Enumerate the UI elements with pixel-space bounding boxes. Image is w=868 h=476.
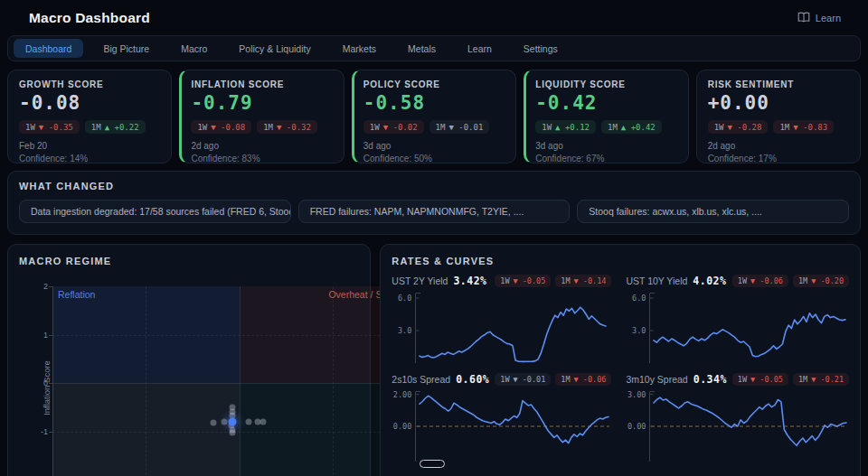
score-card-badges: 1W▼ -0.081M▼ -0.32 bbox=[191, 120, 332, 134]
book-icon bbox=[797, 12, 810, 24]
tab-metals[interactable]: Metals bbox=[396, 39, 448, 58]
mini-chart-value: 3.42% bbox=[453, 275, 486, 287]
y-axis-spine bbox=[52, 286, 53, 476]
badge-delta: ▼ -0.02 bbox=[383, 123, 418, 132]
mini-chart-tick-label: 6.0 bbox=[632, 294, 646, 303]
regime-point-history bbox=[230, 430, 236, 436]
bottom-row: MACRO REGIME 210-1-2Inflation ScoreRefla… bbox=[7, 244, 861, 476]
mini-chart-value: 4.02% bbox=[693, 275, 726, 287]
tab-macro[interactable]: Macro bbox=[169, 39, 219, 58]
gridline-horizontal bbox=[52, 335, 426, 336]
badge-period: 1M bbox=[436, 123, 446, 132]
score-card-confidence: Confidence: 83% bbox=[191, 154, 332, 163]
tab-big-picture[interactable]: Big Picture bbox=[91, 39, 161, 58]
tab-settings[interactable]: Settings bbox=[512, 39, 570, 58]
rates-curves-panel: RATES & CURVES UST 2Y Yield3.42%1W▼ -0.0… bbox=[380, 244, 861, 476]
badge-period: 1M bbox=[608, 123, 618, 132]
mini-chart-axis: 6.03.0 bbox=[392, 293, 415, 363]
macro-regime-chart: 210-1-2Inflation ScoreReflationOverheat … bbox=[52, 286, 426, 476]
y-axis-tick-label: 2 bbox=[35, 282, 48, 291]
score-card-date: 2d ago bbox=[191, 141, 332, 151]
badge-delta: ▼ -0.06 bbox=[574, 375, 607, 384]
badge-delta: ▼ -0.05 bbox=[514, 276, 546, 285]
score-card-value: +0.00 bbox=[708, 92, 849, 114]
mini-charts-grid: UST 2Y Yield3.42%1W▼ -0.051M▼ -0.146.03.… bbox=[392, 273, 849, 462]
tab-markets[interactable]: Markets bbox=[331, 39, 388, 58]
score-card-confidence: Confidence: 50% bbox=[363, 154, 505, 163]
mini-chart-ust10y: UST 10Y Yield4.02%1W▼ -0.061M▼ -0.206.03… bbox=[626, 273, 849, 363]
change-badge: 1M▼ -0.14 bbox=[555, 275, 611, 287]
y-axis-tick-mark bbox=[49, 286, 52, 287]
quadrant-label-reflation: Reflation bbox=[58, 289, 95, 300]
score-card-title: LIQUIDITY SCORE bbox=[535, 79, 676, 89]
badge-delta: ▼ -0.08 bbox=[211, 123, 245, 132]
tab-learn[interactable]: Learn bbox=[456, 39, 504, 58]
mini-chart-header: UST 2Y Yield3.42%1W▼ -0.051M▼ -0.14 bbox=[392, 273, 611, 288]
mini-chart-label: 3m10y Spread bbox=[626, 374, 687, 385]
badge-delta: ▼ -0.32 bbox=[277, 123, 311, 132]
what-changed-panel: WHAT CHANGED Data ingestion degraded: 17… bbox=[7, 171, 861, 235]
regime-point-history bbox=[260, 418, 267, 425]
mini-chart-tick-label: 3.0 bbox=[398, 326, 411, 335]
badge-period: 1M bbox=[798, 276, 807, 285]
badge-delta: ▲ +0.42 bbox=[621, 123, 656, 132]
score-card-confidence: Confidence: 17% bbox=[708, 154, 849, 163]
change-badge: 1M▼ -0.21 bbox=[793, 373, 849, 386]
mini-chart-header: 2s10s Spread0.60%1W▼ -0.011M▼ -0.06 bbox=[392, 371, 611, 387]
change-badge: 1M▼ -0.01 bbox=[429, 120, 490, 134]
mini-chart-tick-label: 6.0 bbox=[398, 294, 411, 303]
change-badge: 1W▼ -0.05 bbox=[495, 275, 551, 287]
mini-chart-tick-label: 2.00 bbox=[393, 390, 411, 399]
score-card-policy-score: POLICY SCORE-0.581W▼ -0.021M▼ -0.013d ag… bbox=[352, 70, 516, 163]
learn-button[interactable]: Learn bbox=[797, 12, 841, 24]
what-changed-chip-1: Data ingestion degraded: 17/58 sources f… bbox=[19, 200, 291, 223]
badge-period: 1M bbox=[798, 375, 807, 384]
mini-chart-label: UST 2Y Yield bbox=[392, 275, 448, 286]
score-card-date: Feb 20 bbox=[19, 141, 160, 151]
change-badge: 1M▼ -0.32 bbox=[257, 120, 317, 134]
change-badge: 1W▼ -0.08 bbox=[191, 120, 251, 134]
badge-period: 1W bbox=[197, 123, 207, 132]
change-badge: 1M▲ +0.42 bbox=[601, 120, 662, 134]
score-card-liquidity-score: LIQUIDITY SCORE-0.421W▲ +0.121M▲ +0.423d… bbox=[524, 70, 688, 163]
y-axis-tick-label: 1 bbox=[35, 331, 48, 340]
score-card-value: -0.79 bbox=[191, 92, 332, 114]
badge-period: 1W bbox=[542, 123, 552, 132]
quadrant-divider-horizontal bbox=[52, 383, 426, 384]
tab-policy-liquidity[interactable]: Policy & Liquidity bbox=[227, 39, 322, 58]
tab-dashboard[interactable]: Dashboard bbox=[14, 39, 83, 58]
badge-delta: ▼ -0.14 bbox=[574, 276, 607, 285]
mini-chart-plot: 6.03.0 bbox=[392, 293, 611, 363]
badge-delta: ▼ -0.06 bbox=[750, 276, 783, 285]
badge-period: 1W bbox=[738, 375, 747, 384]
mini-chart-ust2y: UST 2Y Yield3.42%1W▼ -0.051M▼ -0.146.03.… bbox=[392, 273, 611, 363]
score-card-title: INFLATION SCORE bbox=[191, 79, 332, 89]
score-card-title: POLICY SCORE bbox=[363, 79, 505, 89]
mini-chart-axis: 3.000.00 bbox=[626, 391, 649, 462]
badge-delta: ▲ +0.22 bbox=[105, 123, 139, 132]
badge-delta: ▼ -0.35 bbox=[39, 123, 73, 132]
badge-period: 1M bbox=[91, 123, 101, 132]
badge-delta: ▼ -0.21 bbox=[811, 375, 844, 384]
mini-chart-line bbox=[420, 307, 606, 361]
badge-delta: ▼ -0.20 bbox=[811, 276, 844, 285]
y-axis-title: Inflation Score bbox=[42, 360, 52, 415]
regime-point-current bbox=[229, 417, 237, 425]
gridline-horizontal bbox=[52, 432, 426, 433]
change-badge: 1W▼ -0.05 bbox=[732, 373, 788, 386]
macro-regime-title: MACRO REGIME bbox=[19, 256, 359, 266]
badge-period: 1M bbox=[263, 123, 273, 132]
nav-bar: DashboardBig PictureMacroPolicy & Liquid… bbox=[7, 35, 861, 61]
change-badge: 1W▼ -0.01 bbox=[495, 373, 551, 386]
score-card-date: 2d ago bbox=[708, 141, 849, 151]
learn-button-label: Learn bbox=[816, 13, 841, 23]
score-card-title: RISK SENTIMENT bbox=[708, 79, 849, 89]
panel-resize-handle[interactable] bbox=[420, 460, 445, 468]
score-card-badges: 1W▼ -0.351M▲ +0.22 bbox=[19, 120, 160, 134]
mini-chart-badges: 1W▼ -0.011M▼ -0.06 bbox=[495, 373, 611, 386]
badge-delta: ▼ -0.28 bbox=[727, 123, 761, 132]
mini-chart-plot: 2.000.00 bbox=[392, 391, 611, 462]
y-axis-tick-label: -1 bbox=[35, 427, 48, 436]
mini-chart-canvas bbox=[649, 293, 849, 363]
page-title: Macro Dashboard bbox=[29, 10, 150, 26]
